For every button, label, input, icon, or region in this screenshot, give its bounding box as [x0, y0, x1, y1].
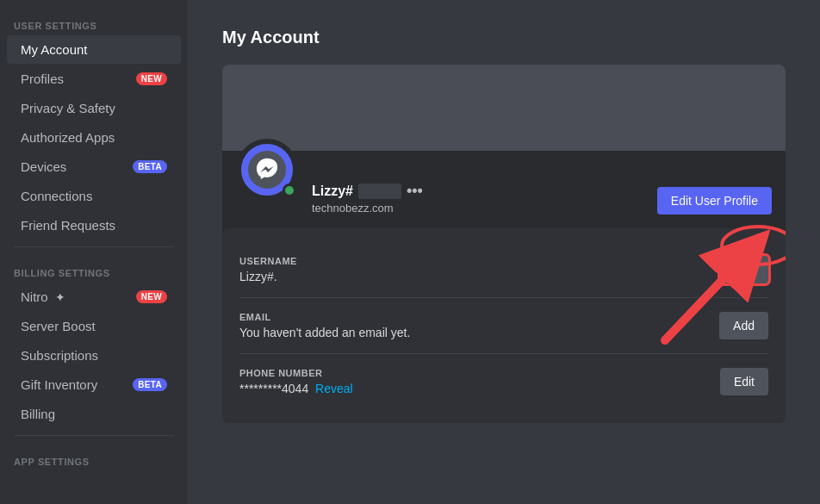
username-text: Lizzy#: [312, 184, 353, 199]
sidebar-label-devices: Devices: [21, 159, 66, 174]
sidebar-divider: [14, 246, 174, 247]
badge-gift-inventory: BETA: [133, 378, 167, 391]
badge-nitro: NEW: [136, 290, 167, 303]
field-value-2: *********4044 Reveal: [239, 382, 706, 395]
username-obscured: [358, 184, 401, 199]
svg-point-0: [248, 151, 286, 189]
sidebar-label-friend-requests: Friend Requests: [21, 218, 115, 233]
section-header-app-settings: APP SETTINGS: [0, 443, 188, 470]
account-fields: USERNAMELizzy#.EditEMAILYou haven't adde…: [222, 228, 786, 423]
sidebar-item-authorized-apps[interactable]: Authorized Apps: [7, 123, 181, 152]
reveal-phone-link[interactable]: Reveal: [315, 382, 353, 395]
sidebar-label-subscriptions: Subscriptions: [21, 348, 98, 363]
sidebar: USER SETTINGSMy AccountProfilesNEWPrivac…: [0, 0, 188, 504]
field-row-phone-number: PHONE NUMBER*********4044 RevealEdit: [239, 354, 768, 409]
page-title: My Account: [222, 28, 786, 47]
badge-devices: BETA: [133, 160, 167, 173]
sidebar-label-server-boost: Server Boost: [21, 319, 96, 333]
field-label-1: EMAIL: [239, 312, 705, 322]
sparkle-icon: ✦: [55, 290, 65, 304]
sidebar-item-gift-inventory[interactable]: Gift InventoryBETA: [7, 370, 181, 399]
sidebar-item-connections[interactable]: Connections: [7, 182, 181, 210]
avatar-wrapper: [236, 139, 298, 201]
sidebar-label-connections: Connections: [21, 189, 92, 203]
sidebar-label-profiles: Profiles: [21, 72, 64, 86]
field-row-username: USERNAMELizzy#.Edit: [239, 242, 768, 298]
sidebar-label-billing: Billing: [21, 407, 55, 421]
field-label-2: PHONE NUMBER: [239, 368, 706, 378]
online-status-dot: [283, 184, 296, 197]
sidebar-item-privacy-safety[interactable]: Privacy & Safety: [7, 94, 181, 122]
sidebar-label-my-account: My Account: [21, 42, 88, 57]
sidebar-item-devices[interactable]: DevicesBETA: [7, 152, 181, 181]
profile-info-row: Lizzy# ••• technobezz.com Edit User Prof…: [222, 151, 786, 228]
field-content-1: EMAILYou haven't added an email yet.: [239, 312, 705, 339]
field-row-email: EMAILYou haven't added an email yet.Add: [239, 298, 768, 354]
field-value-1: You haven't added an email yet.: [239, 326, 705, 339]
field-content-0: USERNAMELizzy#.: [239, 256, 706, 283]
sidebar-divider: [14, 435, 174, 436]
sidebar-label-nitro: Nitro: [21, 289, 48, 304]
section-header-billing-settings: BILLING SETTINGS: [0, 254, 188, 282]
sidebar-label-gift-inventory: Gift Inventory: [21, 377, 97, 392]
username-display: Lizzy# •••: [312, 182, 657, 200]
field-action-btn-2[interactable]: Edit: [720, 368, 768, 395]
field-label-0: USERNAME: [239, 256, 706, 266]
sidebar-item-billing[interactable]: Billing: [7, 400, 181, 428]
edit-user-profile-button[interactable]: Edit User Profile: [657, 187, 772, 215]
profile-website: technobezz.com: [312, 202, 657, 215]
sidebar-label-privacy-safety: Privacy & Safety: [21, 101, 115, 115]
profile-name-area: Lizzy# ••• technobezz.com: [312, 151, 657, 215]
profile-banner: [222, 65, 786, 151]
profile-card: Lizzy# ••• technobezz.com Edit User Prof…: [222, 65, 786, 423]
sidebar-item-my-account[interactable]: My Account: [7, 35, 181, 64]
sidebar-item-server-boost[interactable]: Server Boost: [7, 312, 181, 340]
sidebar-item-subscriptions[interactable]: Subscriptions: [7, 341, 181, 370]
field-action-btn-1[interactable]: Add: [719, 312, 768, 339]
badge-profiles: NEW: [136, 72, 167, 85]
field-action-btn-0[interactable]: Edit: [720, 256, 768, 283]
sidebar-item-nitro[interactable]: Nitro✦NEW: [7, 283, 181, 311]
field-value-0: Lizzy#.: [239, 270, 706, 283]
avatar-icon: [248, 151, 286, 189]
more-options-icon[interactable]: •••: [407, 182, 423, 200]
section-header-user-settings: USER SETTINGS: [0, 7, 188, 34]
field-content-2: PHONE NUMBER*********4044 Reveal: [239, 368, 706, 395]
sidebar-item-profiles[interactable]: ProfilesNEW: [7, 65, 181, 93]
sidebar-label-authorized-apps: Authorized Apps: [21, 130, 115, 145]
sidebar-item-friend-requests[interactable]: Friend Requests: [7, 211, 181, 240]
main-content: My Account Lizzy# •••: [188, 0, 820, 504]
